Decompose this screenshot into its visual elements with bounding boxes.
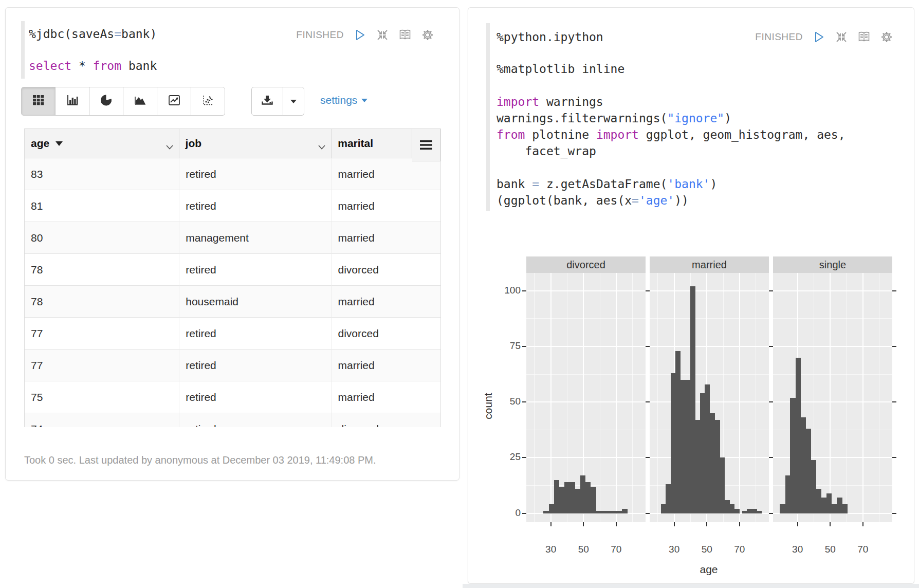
sql-code-line[interactable]: select * from bank bbox=[29, 59, 157, 72]
gridline-major bbox=[773, 346, 892, 347]
facet-strip: divorced bbox=[526, 256, 646, 273]
chart-button-line[interactable] bbox=[157, 87, 191, 116]
gridline-minor bbox=[773, 374, 892, 375]
y-tick-mark bbox=[646, 346, 650, 347]
table-row: 75retiredmarried bbox=[25, 381, 440, 413]
chevron-down-icon[interactable] bbox=[166, 140, 174, 153]
table-cell: 80 bbox=[25, 222, 179, 254]
download-icon bbox=[261, 94, 274, 109]
settings-toggle[interactable]: settings bbox=[320, 94, 367, 106]
x-tick-mark bbox=[706, 522, 707, 526]
table-cell: management bbox=[179, 222, 332, 254]
y-tick-mark bbox=[522, 290, 526, 291]
histogram-bar bbox=[734, 509, 740, 513]
histogram-bar bbox=[806, 429, 812, 513]
chart-button-area[interactable] bbox=[123, 87, 157, 116]
y-tick-mark bbox=[522, 513, 526, 514]
chart-button-table[interactable] bbox=[21, 87, 56, 116]
download-group bbox=[251, 87, 304, 116]
gridline-major bbox=[862, 273, 863, 522]
table-cell: retired bbox=[179, 254, 332, 286]
table-cell: 78 bbox=[25, 286, 179, 318]
table-cell: 81 bbox=[25, 190, 179, 222]
x-tick-label: 30 bbox=[787, 544, 808, 555]
settings-label: settings bbox=[320, 94, 357, 106]
table-row: 81retiredmarried bbox=[25, 190, 440, 222]
column-header-job[interactable]: job bbox=[179, 128, 332, 158]
histogram-bar bbox=[549, 504, 555, 513]
chart-button-bar[interactable] bbox=[55, 87, 89, 116]
pie-chart-icon bbox=[100, 94, 113, 109]
table-cell: retired bbox=[179, 413, 332, 427]
facet-panel bbox=[650, 273, 769, 522]
x-tick-mark bbox=[862, 522, 863, 526]
x-tick-mark bbox=[616, 522, 617, 526]
table-chart-icon bbox=[32, 94, 45, 108]
page-bottom-strip bbox=[463, 584, 919, 588]
table-row: 77retiredmarried bbox=[25, 350, 440, 381]
table-cell: married bbox=[332, 286, 440, 318]
histogram-bar bbox=[752, 509, 757, 513]
histogram-bar bbox=[580, 475, 586, 513]
column-label: job bbox=[186, 137, 202, 150]
x-tick-mark bbox=[797, 522, 798, 526]
gear-icon[interactable] bbox=[421, 28, 434, 42]
histogram-bar bbox=[826, 493, 832, 513]
paragraph-interpreter-line[interactable]: %jdbc(saveAs=bank) bbox=[29, 27, 157, 41]
y-tick-mark bbox=[522, 457, 526, 458]
table-cell: 78 bbox=[25, 254, 179, 286]
gridline-major bbox=[616, 273, 617, 522]
status-badge: FINISHED bbox=[296, 29, 344, 41]
table-cell: retired bbox=[179, 350, 332, 381]
shrink-icon[interactable] bbox=[376, 28, 389, 42]
histogram-bar bbox=[564, 482, 570, 513]
gridline-major bbox=[739, 273, 740, 522]
gridline-major bbox=[830, 273, 831, 522]
download-button[interactable] bbox=[251, 87, 283, 116]
table-menu-button[interactable] bbox=[412, 128, 440, 161]
y-tick-mark bbox=[769, 457, 773, 458]
table-cell: 77 bbox=[25, 350, 179, 381]
chart-button-pie[interactable] bbox=[89, 87, 123, 116]
table-cell: married bbox=[332, 350, 440, 381]
y-tick-mark bbox=[769, 513, 773, 514]
histogram-bar bbox=[729, 504, 734, 513]
bar-chart-icon bbox=[66, 94, 79, 109]
x-tick-mark bbox=[739, 522, 740, 526]
column-header-age[interactable]: age bbox=[24, 128, 179, 158]
histogram-bar bbox=[705, 384, 710, 513]
result-table: agejobmarital83retiredmarried81retiredma… bbox=[24, 128, 441, 427]
book-icon[interactable] bbox=[398, 28, 412, 42]
chart-button-scatter[interactable] bbox=[191, 87, 225, 116]
histogram-bar bbox=[821, 498, 827, 513]
table-row: 74retireddivorced bbox=[25, 413, 440, 427]
run-icon[interactable] bbox=[353, 28, 366, 42]
histogram-bar bbox=[811, 460, 817, 513]
table-cell: retired bbox=[179, 158, 332, 190]
histogram-bar bbox=[700, 393, 705, 513]
download-dropdown-button[interactable] bbox=[283, 87, 304, 116]
histogram-bar bbox=[695, 420, 700, 513]
x-tick-label: 70 bbox=[606, 544, 627, 555]
histogram-bar bbox=[671, 373, 676, 513]
y-tick-mark bbox=[522, 346, 526, 347]
x-tick-mark bbox=[830, 522, 831, 526]
gridline-major bbox=[650, 290, 769, 291]
editor-gutter bbox=[21, 21, 25, 79]
facet-panel bbox=[773, 273, 892, 522]
table-cell: housemaid bbox=[179, 286, 332, 318]
table-cell: 83 bbox=[25, 158, 179, 190]
histogram-bar bbox=[720, 457, 725, 513]
column-header-marital[interactable]: marital bbox=[332, 128, 412, 158]
gridline-major bbox=[650, 346, 769, 347]
histogram-output: 0255075100countagedivorced305070married3… bbox=[468, 8, 914, 584]
column-label: age bbox=[31, 137, 49, 150]
table-cell: 77 bbox=[25, 318, 179, 350]
gridline-major bbox=[773, 290, 892, 291]
y-tick-label: 100 bbox=[489, 285, 521, 296]
x-axis-title: age bbox=[678, 563, 740, 576]
chevron-down-icon[interactable] bbox=[318, 140, 326, 153]
histogram-bar bbox=[543, 511, 549, 513]
y-tick-label: 0 bbox=[489, 507, 521, 519]
y-tick-mark bbox=[892, 290, 896, 291]
